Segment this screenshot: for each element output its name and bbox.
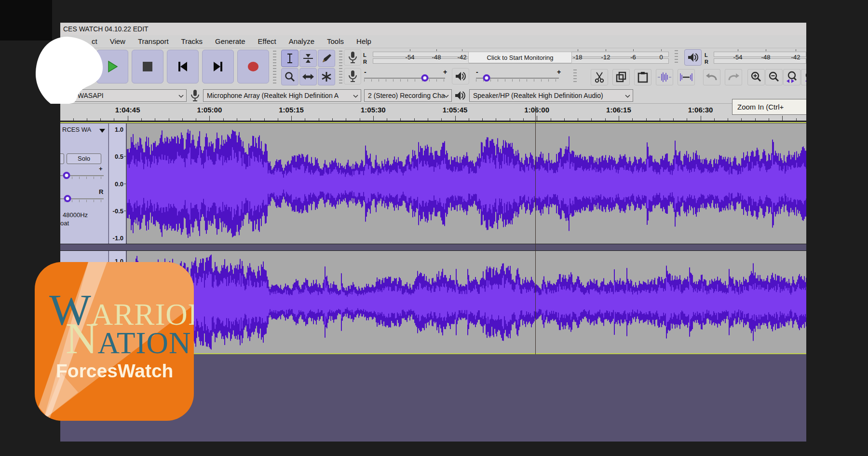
menu-help[interactable]: Help (350, 35, 378, 48)
zoom-in-button[interactable] (747, 69, 765, 85)
channel-label-L: L (705, 53, 708, 58)
ruler-tick (782, 116, 783, 121)
menu-analyze[interactable]: Analyze (283, 35, 321, 48)
mixer-mic-icon (344, 68, 361, 84)
zoom-in-tooltip: Zoom In (Ctrl+ (732, 99, 806, 115)
timeshift-tool-button[interactable] (299, 68, 317, 85)
logo-forceswatch: ForcesWatch (49, 362, 194, 379)
record-volume-slider[interactable] (364, 73, 445, 84)
ruler-tick (769, 118, 769, 121)
playback-level-meter[interactable]: -54-48-42 (714, 49, 806, 66)
ruler-tick (455, 116, 456, 121)
ruler-tick (741, 118, 742, 121)
ruler-tick (496, 118, 496, 121)
skip-end-button[interactable] (202, 50, 234, 83)
input-device-value: Microphone Array (Realtek High Definitio… (207, 92, 339, 99)
copy-button[interactable] (612, 69, 630, 85)
trim-button[interactable] (656, 69, 673, 85)
track1-name[interactable]: RCES WA (60, 124, 108, 135)
timeline-ruler[interactable]: 4:301:04:451:05:001:05:151:05:301:05:451… (60, 104, 806, 122)
playback-volume-slider[interactable] (476, 73, 559, 84)
input-channels-dropdown[interactable]: 2 (Stereo) Recording Cha (364, 89, 452, 102)
envelope-tool-button[interactable] (299, 50, 317, 67)
meter-scale-label: -18 (573, 49, 583, 66)
ruler-tick (755, 118, 756, 121)
menu-transport[interactable]: Transport (132, 35, 175, 48)
meter-scale-label: -42 (458, 49, 467, 66)
ruler-tick (387, 118, 387, 121)
multi-tool-button[interactable] (318, 68, 335, 85)
timeline-label: 1:05:00 (197, 106, 222, 114)
selection-tool-button[interactable] (281, 50, 298, 67)
zoom-out-button[interactable] (765, 69, 783, 85)
ruler-tick (319, 118, 319, 121)
toolbar-grip[interactable] (273, 51, 276, 84)
cut-button[interactable] (591, 69, 608, 85)
pan-thumb[interactable] (64, 195, 71, 202)
ruler-tick (510, 118, 510, 121)
undo-button[interactable] (703, 69, 720, 85)
logo-text: WARRIOR NATION ForcesWatch (35, 262, 194, 421)
channel-label-L: L (363, 53, 366, 58)
menu-effect[interactable]: Effect (252, 35, 283, 48)
timeline-label: 1:05:45 (443, 106, 468, 114)
record-button[interactable] (237, 50, 269, 83)
playback-meter-speaker-icon[interactable] (684, 49, 702, 66)
track1-gain-slider[interactable] (60, 171, 104, 180)
zoom-selection-button[interactable] (783, 69, 800, 85)
zoom-tool-tool-button[interactable] (281, 68, 298, 85)
ruler-tick (482, 118, 483, 121)
vscale-tick (124, 183, 126, 184)
output-device-dropdown[interactable]: Speaker/HP (Realtek High Definition Audi… (469, 89, 633, 102)
track1-vertical-scale[interactable]: 1.00.50.0-0.5-1.0 (109, 124, 126, 244)
ruler-tick (469, 118, 469, 121)
track-separator[interactable] (60, 244, 806, 250)
timeline-label: 1:06:00 (524, 106, 549, 114)
toolbar-grip[interactable] (573, 69, 577, 84)
toolbar-grip[interactable] (339, 51, 342, 84)
device-toolbar: ows WASAPI Microphone Array (Realtek Hig… (60, 87, 806, 104)
track1-pan-slider[interactable] (60, 194, 104, 204)
timeline-label: 1:04:45 (115, 106, 140, 114)
track1-rate-label: 48000Hz (63, 211, 88, 219)
record-meter-mic-icon[interactable] (344, 49, 361, 66)
track1-waveform[interactable] (127, 124, 806, 244)
meter-scale-label: -54 (733, 49, 743, 66)
ruler-tick (537, 116, 537, 121)
window-title-bar[interactable]: CES WATCH 04.10.22 EDIT (60, 23, 806, 35)
menu-tools[interactable]: Tools (321, 35, 350, 48)
redo-button[interactable] (725, 69, 742, 85)
ruler-tick (701, 116, 701, 121)
track2-waveform-region[interactable] (127, 251, 806, 353)
gain-thumb[interactable] (63, 172, 70, 179)
stop-button[interactable] (132, 50, 163, 83)
zoom-fit-button[interactable] (801, 69, 806, 85)
solo-button[interactable]: Solo (67, 153, 101, 164)
toolbar-grip[interactable] (675, 50, 678, 65)
track-menu-arrow-icon[interactable] (99, 129, 105, 133)
mute-button[interactable] (60, 153, 64, 164)
meter-scale-label: -48 (761, 49, 771, 66)
skip-start-button[interactable] (167, 50, 199, 83)
draw-tool-button[interactable] (318, 50, 335, 67)
menu-generate[interactable]: Generate (209, 35, 252, 48)
record-level-meter[interactable]: Click to Start Monitoring -54-48-42-18-1… (373, 49, 669, 66)
record-volume-thumb[interactable] (421, 74, 429, 82)
playback-volume-thumb[interactable] (483, 74, 490, 82)
silence-button[interactable] (678, 69, 695, 85)
ruler-tick (591, 118, 592, 121)
track2-waveform[interactable] (127, 251, 806, 353)
ruler-tick (551, 118, 551, 121)
track1-waveform-region[interactable] (127, 124, 806, 244)
track1-control-panel[interactable]: RCES WA Solo + R 48000Hz oat (60, 124, 108, 244)
menu-bar: ctViewTransportTracksGenerateEffectAnaly… (60, 35, 806, 48)
ruler-tick (428, 118, 428, 121)
ruler-tick (100, 118, 101, 121)
monitor-prompt[interactable]: Click to Start Monitoring (468, 52, 572, 63)
track1-format-label: oat (60, 220, 69, 227)
paste-button[interactable] (634, 69, 651, 85)
input-device-dropdown[interactable]: Microphone Array (Realtek High Definitio… (203, 89, 361, 102)
menu-tracks[interactable]: Tracks (175, 35, 209, 48)
channel-label-R: R (363, 59, 367, 65)
ruler-tick (414, 118, 415, 121)
